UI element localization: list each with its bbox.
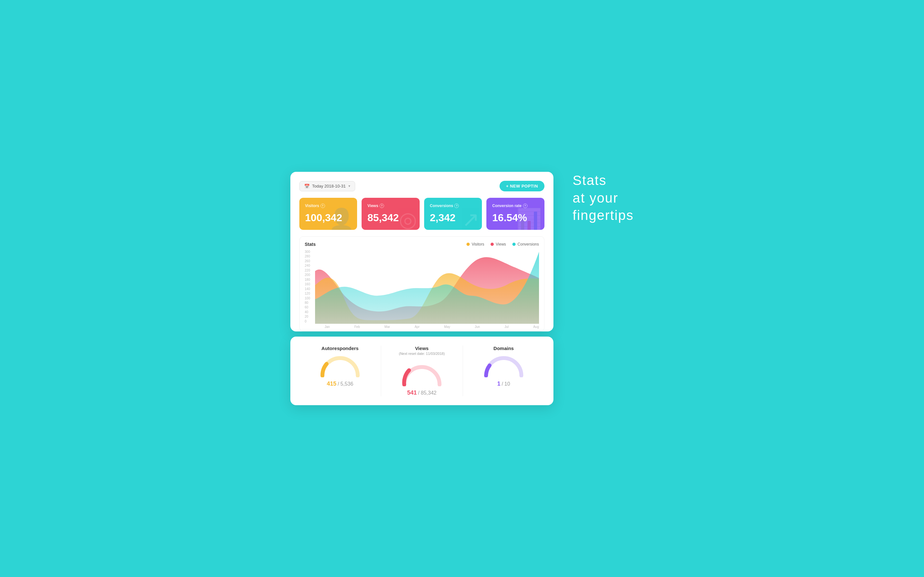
views-gauge-current: 541 — [407, 390, 417, 396]
chart-section: Stats Visitors Views Conversions — [299, 236, 544, 332]
chart-title: Stats — [305, 242, 316, 247]
autoresponders-gauge-svg — [318, 351, 363, 377]
stat-card-views: Views ? 85,342 ◎ — [362, 198, 420, 230]
date-picker[interactable]: 📅 Today 2018-10-31 ▾ — [299, 181, 355, 191]
legend-dot-views — [491, 243, 494, 246]
dashboard-panel: 📅 Today 2018-10-31 ▾ + NEW POPTIN Visito… — [290, 172, 553, 332]
views-gauge-values: 541 / 85,342 — [407, 390, 436, 396]
chart-legend: Visitors Views Conversions — [467, 242, 539, 247]
info-icon-views[interactable]: ? — [380, 203, 384, 208]
views-gauge-title: Views — [415, 346, 429, 351]
domains-current: 1 — [497, 380, 501, 387]
views-gauge-total: 85,342 — [421, 390, 437, 396]
page-wrapper: 📅 Today 2018-10-31 ▾ + NEW POPTIN Visito… — [0, 159, 924, 418]
views-gauge-svg — [399, 361, 444, 386]
stat-card-conv-rate: Conversion rate ? 16.54% 📊 — [486, 198, 544, 230]
views-gauge-slash: / — [418, 390, 419, 396]
domains-gauge — [481, 351, 526, 377]
chart-header: Stats Visitors Views Conversions — [305, 242, 539, 247]
legend-views: Views — [491, 242, 506, 247]
calendar-icon: 📅 — [304, 184, 310, 189]
chart-container: 300280260240220 200180160140120 10080604… — [305, 250, 539, 331]
gauge-card-views: Views (Next reset date: 11/03/2018) 541 … — [381, 346, 463, 396]
chart-svg-area — [315, 250, 539, 324]
gauge-cards: Autoresponders 415 / 5,536 — [299, 346, 544, 396]
stat-card-conversions-value: 2,342 — [430, 212, 477, 224]
legend-dot-visitors — [467, 243, 470, 246]
header-bar: 📅 Today 2018-10-31 ▾ + NEW POPTIN — [299, 181, 544, 191]
dashboard-column: 📅 Today 2018-10-31 ▾ + NEW POPTIN Visito… — [290, 172, 553, 405]
stat-card-views-value: 85,342 — [367, 212, 414, 224]
stat-card-conversions: Conversions ? 2,342 ↗ — [424, 198, 482, 230]
gauge-card-autoresponders: Autoresponders 415 / 5,536 — [299, 346, 381, 396]
views-gauge-subtitle: (Next reset date: 11/03/2018) — [399, 351, 445, 356]
new-poptin-button[interactable]: + NEW POPTIN — [499, 181, 544, 191]
chart-svg — [315, 250, 539, 324]
chevron-down-icon: ▾ — [349, 184, 351, 188]
autoresponders-values: 415 / 5,536 — [327, 380, 354, 387]
autoresponders-current: 415 — [327, 380, 336, 387]
chart-y-labels: 300280260240220 200180160140120 10080604… — [305, 250, 310, 323]
autoresponders-gauge — [318, 351, 363, 377]
gauge-card-domains: Domains 1 / 10 — [463, 346, 544, 396]
chart-x-labels: JanFebMarAprMayJunJulAug — [315, 324, 539, 331]
autoresponders-slash: / — [338, 381, 339, 387]
info-icon-visitors[interactable]: ? — [320, 203, 325, 208]
tagline: Stats at your fingertips — [573, 172, 634, 224]
domains-title: Domains — [493, 346, 514, 351]
views-gauge — [399, 361, 444, 386]
info-icon-conversions[interactable]: ? — [454, 203, 459, 208]
legend-label-conversions: Conversions — [517, 242, 539, 247]
legend-label-views: Views — [496, 242, 506, 247]
domains-gauge-svg — [481, 351, 526, 377]
autoresponders-total: 5,536 — [341, 381, 353, 387]
domains-total: 10 — [504, 381, 510, 387]
stat-card-visitors: Visitors ? 100,342 👤 — [299, 198, 357, 230]
legend-dot-conversions — [512, 243, 515, 246]
autoresponders-title: Autoresponders — [321, 346, 359, 351]
stat-card-conv-rate-value: 16.54% — [492, 212, 539, 224]
bottom-section: Autoresponders 415 / 5,536 — [290, 337, 553, 405]
domains-slash: / — [502, 381, 503, 387]
legend-visitors: Visitors — [467, 242, 484, 247]
domains-values: 1 / 10 — [497, 380, 510, 387]
legend-label-visitors: Visitors — [472, 242, 484, 247]
stat-cards-row: Visitors ? 100,342 👤 Views ? 85,342 ◎ — [299, 198, 544, 230]
stat-card-visitors-value: 100,342 — [305, 212, 352, 224]
legend-conversions: Conversions — [512, 242, 539, 247]
date-label: Today 2018-10-31 — [312, 184, 346, 189]
